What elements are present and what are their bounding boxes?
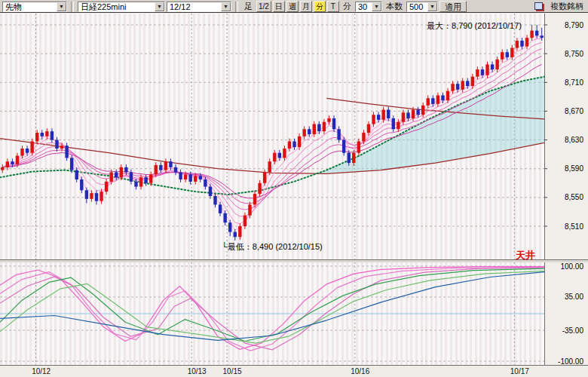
x-axis-label: 10/16	[348, 367, 373, 375]
price-axis-label: 8,630	[565, 136, 583, 144]
candle-body	[194, 176, 197, 182]
candle-body	[495, 60, 498, 69]
candle-body	[416, 110, 419, 115]
candle-body	[213, 196, 216, 204]
candle-body	[412, 110, 415, 118]
period-button-tick[interactable]: T	[327, 1, 339, 12]
symbol-select[interactable]: 日経225mini ▼	[78, 2, 165, 12]
chart-application: 先物 ▼ 日経225mini ▼ 12/12 ▼ 足 1/2 日 週 月 分 T…	[0, 0, 588, 13]
candle-body	[273, 153, 276, 161]
candle-body	[298, 136, 301, 147]
candle-body	[283, 149, 286, 158]
ceiling-signal-label: 天井	[516, 249, 535, 262]
candle-body	[219, 204, 222, 213]
contract-month-value: 12/12	[167, 2, 221, 11]
toolbar: 先物 ▼ 日経225mini ▼ 12/12 ▼ 足 1/2 日 週 月 分 T…	[0, 0, 588, 13]
dropdown-arrow-icon[interactable]: ▼	[155, 2, 164, 11]
apply-button[interactable]: 適用	[439, 1, 467, 12]
candle-body	[51, 131, 54, 139]
candle-body	[506, 52, 509, 57]
candle-body	[100, 192, 103, 201]
candle-body	[159, 165, 162, 170]
interval-value: 30	[356, 2, 372, 11]
x-axis-label: 10/17	[507, 367, 532, 375]
bar-count-value: 500	[407, 2, 427, 11]
candle-body	[130, 172, 133, 181]
dropdown-arrow-icon[interactable]: ▼	[57, 2, 66, 11]
candle-body	[377, 115, 380, 120]
candle-body	[95, 193, 98, 201]
candle-body	[65, 146, 68, 158]
multi-chart-icon	[534, 2, 543, 10]
price-axis-label: 8,510	[565, 222, 583, 231]
candle-body	[115, 172, 118, 177]
session-low-annotation: └最低：8,490 (2012/10/15)	[222, 241, 323, 253]
oscillator-chart[interactable]: 100.0035.00-35.00-100.00	[0, 262, 588, 365]
bar-type-label: 足	[242, 1, 255, 12]
candle-body	[485, 64, 488, 75]
candle-body	[516, 41, 519, 48]
candle-body	[491, 64, 494, 69]
candle-body	[342, 140, 345, 153]
candle-body	[278, 153, 281, 158]
candle-body	[189, 174, 192, 182]
period-button-week[interactable]: 週	[286, 1, 299, 12]
candle-body	[501, 52, 504, 60]
candle-body	[11, 161, 14, 164]
period-button-month[interactable]: 月	[300, 1, 312, 12]
candle-body	[41, 133, 44, 136]
market-select-value: 先物	[3, 2, 57, 11]
candle-body	[179, 172, 182, 179]
candle-body	[481, 69, 484, 75]
osc-axis-label: 100.00	[560, 262, 583, 271]
candle-body	[525, 38, 528, 46]
candle-body	[436, 95, 439, 103]
osc-series-rci-short-2	[0, 267, 544, 351]
candle-body	[446, 91, 449, 100]
price-axis-label: 8,670	[565, 107, 583, 115]
period-button-minute[interactable]: 分	[314, 1, 326, 12]
period-button-half[interactable]: 1/2	[256, 1, 271, 12]
dropdown-arrow-icon[interactable]: ▼	[221, 2, 231, 11]
osc-axis-label: 35.00	[565, 293, 583, 301]
market-select[interactable]: 先物 ▼	[2, 2, 67, 12]
candle-body	[60, 146, 63, 149]
x-axis-label: 10/13	[184, 367, 210, 375]
candle-body	[372, 115, 375, 124]
bar-count-label: 本数	[384, 1, 405, 12]
contract-month-select[interactable]: 12/12 ▼	[167, 2, 231, 12]
candle-body	[268, 161, 271, 172]
candle-body	[70, 158, 73, 170]
period-button-day[interactable]: 日	[273, 1, 285, 12]
candle-body	[164, 161, 167, 170]
candle-body	[397, 122, 400, 130]
interval-input[interactable]: 30 ▼	[355, 2, 382, 12]
candle-body	[184, 174, 187, 179]
candle-body	[323, 122, 326, 131]
spinner-arrow-icon[interactable]: ▼	[427, 2, 437, 11]
candle-body	[357, 141, 360, 152]
candle-body	[228, 222, 231, 231]
candle-body	[510, 48, 513, 57]
candle-body	[402, 112, 405, 121]
toolbar-separator	[71, 2, 74, 12]
spinner-arrow-icon[interactable]: ▼	[372, 2, 381, 11]
osc-series-rci-short-3	[0, 268, 544, 350]
bar-count-input[interactable]: 500 ▼	[406, 2, 438, 12]
candle-body	[199, 176, 202, 179]
candle-body	[85, 190, 88, 198]
candle-body	[155, 165, 158, 174]
candle-body	[308, 129, 311, 134]
price-axis-label: 8,750	[565, 50, 583, 58]
multi-symbol-button[interactable]: 複数銘柄	[548, 1, 586, 12]
candle-body	[535, 31, 538, 36]
candle-body	[253, 194, 256, 204]
candle-body	[144, 177, 147, 183]
candle-body	[26, 149, 29, 153]
candle-body	[149, 174, 152, 182]
candle-body	[431, 98, 434, 104]
candle-body	[16, 156, 19, 164]
main-chart[interactable]: 8,7908,7508,7108,6708,6308,5908,5508,510	[0, 14, 588, 262]
candle-body	[441, 95, 444, 100]
candle-body	[387, 110, 390, 118]
